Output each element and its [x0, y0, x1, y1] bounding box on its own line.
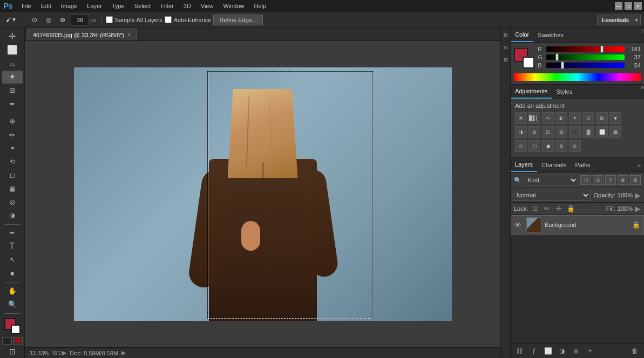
layer-background[interactable]: 👁 Background 🔒 [511, 215, 644, 235]
menu-image[interactable]: Image [57, 0, 82, 12]
standard-mode-button[interactable] [2, 337, 12, 345]
text-tool[interactable]: T [2, 240, 23, 253]
adj-threshold-icon[interactable]: ⬜ [596, 126, 608, 138]
layer-delete-button[interactable]: 🗑 [629, 346, 641, 356]
layer-link-button[interactable]: ⛓ [514, 346, 526, 356]
layer-new-button[interactable]: + [584, 346, 596, 356]
adj-colorbalance-icon[interactable]: ⊞ [596, 112, 608, 124]
lock-position-icon[interactable]: ✛ [554, 204, 564, 214]
zoom-tool[interactable]: 🔍 [2, 298, 23, 311]
shape-tool[interactable]: ■ [2, 267, 23, 280]
adj-exposure-icon[interactable]: ◐ [555, 112, 567, 124]
menu-window[interactable]: Window [219, 0, 248, 12]
move-tool[interactable]: ✛ [2, 30, 23, 43]
filter-type-btn[interactable]: T [605, 175, 616, 185]
brush-option-2[interactable]: ◎ [43, 14, 55, 26]
menu-type[interactable]: Type [107, 0, 129, 12]
blue-slider-thumb[interactable] [561, 61, 564, 69]
adj-down-icon[interactable]: ▼ [609, 112, 621, 124]
fill-arrow[interactable]: ▶ [635, 204, 641, 213]
layers-panel-collapse[interactable]: ≡ [638, 162, 641, 168]
menu-view[interactable]: View [196, 0, 218, 12]
auto-enhance-checkbox[interactable] [165, 16, 172, 23]
brush-tool[interactable]: ✏ [2, 128, 23, 141]
history-brush-tool[interactable]: ⟲ [2, 155, 23, 168]
green-slider-thumb[interactable] [555, 53, 559, 61]
filter-pixel-btn[interactable]: ◻ [580, 175, 591, 185]
adj-vibrance-icon[interactable]: ✦ [569, 112, 581, 124]
menu-filter[interactable]: Filter [156, 0, 178, 12]
tab-layers[interactable]: Layers [511, 158, 537, 172]
menu-layer[interactable]: Layer [83, 0, 106, 12]
blur-tool[interactable]: ◎ [2, 196, 23, 209]
adj-s4[interactable]: ⊗ [555, 140, 567, 152]
pen-tool[interactable]: ✒ [2, 227, 23, 240]
eyedropper-tool[interactable]: ✒ [2, 98, 23, 111]
adj-curves-icon[interactable]: ∿ [542, 112, 554, 124]
menu-select[interactable]: Select [130, 0, 155, 12]
clone-stamp-tool[interactable]: ⚭ [2, 142, 23, 155]
brush-option-3[interactable]: ⊕ [57, 14, 69, 26]
color-panel-collapse[interactable]: ≡ [641, 28, 644, 42]
dodge-tool[interactable]: ◑ [2, 209, 23, 222]
eraser-tool[interactable]: ◻ [2, 169, 23, 182]
blue-slider-track[interactable] [546, 63, 625, 68]
adj-invert-icon[interactable]: ⬛ [569, 126, 581, 138]
brush-option-1[interactable]: ⊙ [29, 14, 40, 26]
lock-image-pixels-icon[interactable]: ✏ [542, 204, 552, 214]
side-btn-2[interactable]: ⊟ [501, 42, 510, 53]
filter-smart-btn[interactable]: ⊞ [630, 175, 641, 185]
lock-pixels-icon[interactable]: ⊡ [530, 204, 540, 214]
red-slider-thumb[interactable] [600, 45, 604, 53]
adj-s5[interactable]: ⊘ [569, 140, 581, 152]
maximize-button[interactable]: □ [625, 2, 632, 10]
tab-paths[interactable]: Paths [571, 158, 595, 172]
side-btn-1[interactable]: ⊞ [501, 29, 510, 41]
adj-gradient-map-icon[interactable]: ▦ [609, 126, 621, 138]
path-selection-tool[interactable]: ↖ [2, 253, 23, 266]
screen-mode-button[interactable]: ⊡ [9, 347, 16, 356]
menu-3d[interactable]: 3D [179, 0, 195, 12]
filter-shape-btn[interactable]: ⊕ [618, 175, 628, 185]
adj-hsl-icon[interactable]: ⊙ [582, 112, 594, 124]
layers-kind-select[interactable]: Kind [524, 175, 578, 185]
lock-all-icon[interactable]: 🔒 [566, 204, 575, 214]
brush-preset-picker[interactable]: 🖌▼ [3, 14, 19, 26]
menu-help[interactable]: Help [250, 0, 271, 12]
color-spectrum-bar[interactable] [514, 73, 641, 81]
adj-levels-icon[interactable]: ▊▌▏ [528, 112, 540, 124]
document-tab[interactable]: 467469035.jpg @ 33.3% (RGB/8*) × [27, 29, 137, 40]
layer-fill-button[interactable]: ◑ [556, 346, 568, 356]
quick-selection-tool[interactable]: ✦ [2, 71, 23, 84]
layer-group-button[interactable]: ⊞ [570, 346, 582, 356]
green-slider-track[interactable] [546, 54, 625, 60]
crop-tool[interactable]: ⊞ [2, 84, 23, 97]
brush-size-value[interactable]: 38 [71, 15, 89, 25]
layer-mask-button[interactable]: ⬜ [542, 346, 554, 356]
canvas-container[interactable] [25, 41, 500, 347]
adj-s3[interactable]: ◼ [542, 140, 554, 152]
tab-close-button[interactable]: × [127, 32, 131, 38]
refine-edge-button[interactable]: Refine Edge... [213, 15, 263, 25]
menu-file[interactable]: File [17, 0, 36, 12]
background-swatch[interactable] [523, 57, 534, 68]
adj-channelmixer-icon[interactable]: ⊡ [542, 126, 554, 138]
adj-posterize-icon[interactable]: ▓ [582, 126, 594, 138]
adj-colorlookup-icon[interactable]: ⊞ [555, 126, 567, 138]
menu-edit[interactable]: Edit [37, 0, 56, 12]
minimize-button[interactable]: — [615, 2, 622, 10]
layer-visibility-icon[interactable]: 👁 [514, 221, 523, 229]
quick-mask-button[interactable] [13, 337, 23, 345]
layer-style-button[interactable]: ƒ [528, 346, 540, 356]
workspace-selector[interactable]: Essentials [597, 15, 641, 25]
tab-channels[interactable]: Channels [537, 158, 571, 172]
red-slider-track[interactable] [546, 46, 625, 52]
adj-photofilter-icon[interactable]: ⊕ [528, 126, 540, 138]
lasso-tool[interactable]: ⌓ [2, 57, 23, 70]
rectangular-marquee-tool[interactable]: ⬜ [2, 44, 23, 57]
gradient-tool[interactable]: ▦ [2, 182, 23, 195]
side-btn-3[interactable]: ⊠ [501, 54, 510, 66]
healing-brush-tool[interactable]: ⊕ [2, 115, 23, 128]
sample-all-layers-checkbox[interactable] [106, 16, 113, 23]
tab-adjustments[interactable]: Adjustments [511, 85, 552, 99]
